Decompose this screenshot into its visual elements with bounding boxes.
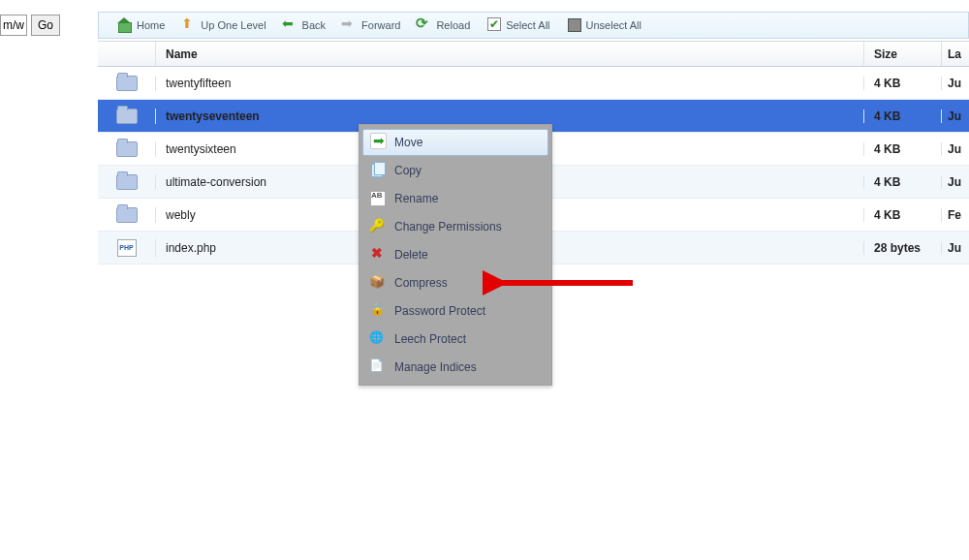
- context-menu-label: Password Protect: [394, 304, 485, 318]
- row-icon-cell: [98, 207, 156, 223]
- context-menu-leech[interactable]: Leech Protect: [362, 326, 548, 353]
- row-icon-cell: [98, 141, 156, 157]
- toolbar-unselect-all-label: Unselect All: [586, 19, 641, 31]
- context-menu-perm[interactable]: Change Permissions: [362, 213, 548, 240]
- indices-icon: [369, 358, 387, 376]
- toolbar-forward[interactable]: Forward: [333, 14, 408, 37]
- toolbar-home[interactable]: Home: [109, 14, 172, 37]
- context-menu-label: Leech Protect: [394, 332, 466, 346]
- context-menu-move[interactable]: Move: [362, 129, 548, 156]
- move-icon: [369, 134, 387, 151]
- toolbar-select-all[interactable]: Select All: [478, 14, 557, 37]
- toolbar-unselect-all[interactable]: Unselect All: [558, 14, 649, 37]
- context-menu-label: Move: [394, 136, 422, 149]
- toolbar: Home Up One Level Back Forward Reload Se…: [98, 12, 969, 39]
- up-one-level-icon: [180, 17, 196, 33]
- folder-icon: [116, 174, 138, 190]
- row-icon-cell: PHP: [98, 239, 156, 257]
- column-size[interactable]: Size: [864, 42, 942, 66]
- row-modified: Ju: [942, 109, 969, 123]
- context-menu-label: Rename: [394, 192, 438, 205]
- row-size: 4 KB: [864, 109, 942, 123]
- reload-icon: [416, 17, 431, 33]
- grid-header: Name Size La: [98, 41, 969, 67]
- column-icon[interactable]: [98, 42, 156, 66]
- row-size: 4 KB: [864, 142, 942, 156]
- row-name: twentyfifteen: [156, 77, 864, 90]
- row-modified: Ju: [942, 175, 969, 189]
- row-icon-cell: [98, 109, 156, 124]
- row-size: 4 KB: [864, 208, 942, 222]
- column-modified[interactable]: La: [942, 42, 969, 66]
- toolbar-reload[interactable]: Reload: [408, 14, 478, 37]
- folder-icon: [116, 109, 138, 124]
- row-modified: Ju: [942, 142, 969, 156]
- context-menu-rename[interactable]: Rename: [362, 185, 548, 212]
- context-menu: MoveCopyRenameChange PermissionsDeleteCo…: [359, 124, 552, 386]
- go-button[interactable]: Go: [31, 15, 60, 36]
- toolbar-select-all-label: Select All: [506, 19, 549, 31]
- folder-icon: [116, 141, 138, 157]
- row-size: 28 bytes: [864, 241, 942, 255]
- context-menu-copy[interactable]: Copy: [362, 157, 548, 184]
- delete-icon: [369, 246, 387, 264]
- php-file-icon: PHP: [117, 239, 137, 257]
- row-modified: Fe: [942, 208, 969, 222]
- context-menu-label: Manage Indices: [394, 360, 477, 374]
- pwprotect-icon: [369, 302, 387, 320]
- table-row[interactable]: twentyfifteen4 KBJu: [98, 67, 969, 100]
- toolbar-home-label: Home: [137, 19, 165, 31]
- row-icon-cell: [98, 174, 156, 190]
- compress-icon: [369, 274, 387, 292]
- folder-icon: [116, 76, 138, 91]
- row-modified: Ju: [942, 241, 969, 255]
- context-menu-label: Delete: [394, 248, 428, 262]
- toolbar-up-label: Up One Level: [201, 19, 266, 31]
- context-menu-label: Change Permissions: [394, 220, 502, 233]
- home-icon: [116, 17, 132, 33]
- leech-icon: [369, 330, 387, 348]
- perm-icon: [369, 218, 387, 235]
- toolbar-back[interactable]: Back: [274, 14, 333, 37]
- context-menu-pwprotect[interactable]: Password Protect: [362, 297, 548, 325]
- row-name: twentyseventeen: [156, 109, 864, 123]
- select-all-icon: [485, 17, 501, 33]
- path-input[interactable]: [0, 15, 27, 36]
- toolbar-forward-label: Forward: [361, 19, 400, 31]
- forward-arrow-icon: [341, 17, 357, 33]
- context-menu-indices[interactable]: Manage Indices: [362, 354, 548, 381]
- rename-icon: [369, 190, 387, 207]
- copy-icon: [369, 162, 387, 179]
- back-arrow-icon: [282, 17, 297, 33]
- context-menu-label: Copy: [394, 164, 422, 177]
- unselect-all-icon: [566, 17, 581, 33]
- toolbar-back-label: Back: [302, 19, 326, 31]
- context-menu-delete[interactable]: Delete: [362, 241, 548, 268]
- row-modified: Ju: [942, 77, 969, 90]
- toolbar-reload-label: Reload: [436, 19, 470, 31]
- row-size: 4 KB: [864, 77, 942, 90]
- row-icon-cell: [98, 76, 156, 91]
- row-size: 4 KB: [864, 175, 942, 189]
- folder-icon: [116, 207, 138, 223]
- left-pane: [0, 39, 98, 560]
- context-menu-label: Compress: [394, 276, 448, 290]
- toolbar-up[interactable]: Up One Level: [172, 14, 273, 37]
- column-name[interactable]: Name: [156, 42, 864, 66]
- context-menu-compress[interactable]: Compress: [362, 269, 548, 296]
